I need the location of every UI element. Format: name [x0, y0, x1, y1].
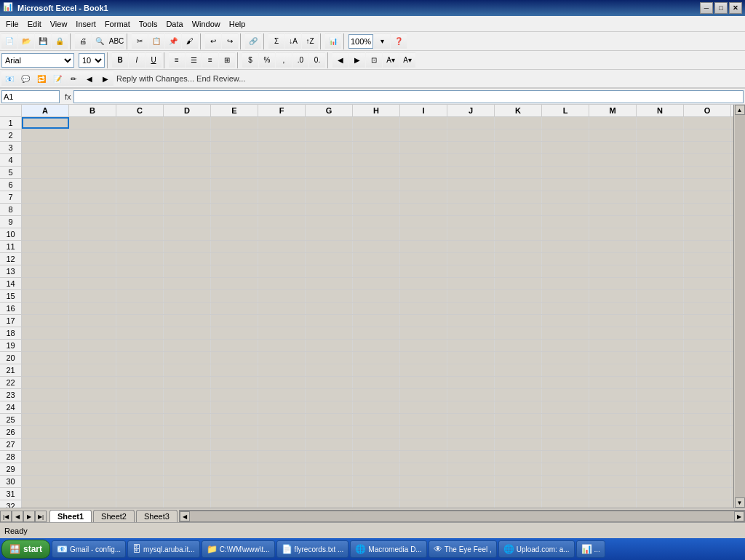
cell-O7[interactable] [684, 191, 731, 203]
cell-K9[interactable] [495, 216, 542, 228]
cell-E16[interactable] [211, 303, 258, 314]
menu-format[interactable]: Format [100, 18, 135, 30]
cell-J4[interactable] [447, 154, 495, 166]
cell-A8[interactable] [22, 204, 69, 215]
cell-K12[interactable] [495, 253, 542, 265]
cell-I4[interactable] [400, 154, 447, 166]
cell-O4[interactable] [684, 154, 731, 166]
cell-I10[interactable] [400, 228, 447, 240]
cell-G10[interactable] [306, 228, 353, 240]
cell-M19[interactable] [589, 340, 637, 351]
cell-H14[interactable] [353, 278, 400, 289]
cell-G32[interactable] [306, 500, 353, 508]
cell-O10[interactable] [684, 228, 731, 240]
menu-tools[interactable]: Tools [135, 18, 162, 30]
menu-help[interactable]: Help [225, 18, 250, 30]
cell-L9[interactable] [542, 216, 589, 228]
menu-view[interactable]: View [46, 18, 72, 30]
cell-H16[interactable] [353, 303, 400, 314]
cell-F14[interactable] [258, 278, 306, 289]
cell-H4[interactable] [353, 154, 400, 166]
minimize-button[interactable]: ─ [700, 2, 713, 14]
cell-E15[interactable] [211, 290, 258, 302]
cell-N5[interactable] [637, 167, 684, 178]
align-center-button[interactable]: ☰ [186, 52, 202, 68]
cell-K24[interactable] [495, 401, 542, 413]
cell-C23[interactable] [116, 389, 164, 401]
cell-N23[interactable] [637, 389, 684, 401]
row-number-27[interactable]: 27 [0, 439, 22, 450]
cell-N19[interactable] [637, 340, 684, 351]
cell-K27[interactable] [495, 439, 542, 450]
cell-G20[interactable] [306, 352, 353, 364]
col-header-E[interactable]: E [211, 105, 258, 116]
row-number-21[interactable]: 21 [0, 364, 22, 376]
row-number-10[interactable]: 10 [0, 228, 22, 240]
cell-H8[interactable] [353, 204, 400, 215]
cell-D14[interactable] [164, 278, 211, 289]
cell-M9[interactable] [589, 216, 637, 228]
row-number-18[interactable]: 18 [0, 327, 22, 339]
cell-K3[interactable] [495, 142, 542, 153]
cell-C27[interactable] [116, 439, 164, 450]
row-number-7[interactable]: 7 [0, 191, 22, 203]
cell-D20[interactable] [164, 352, 211, 364]
cell-O30[interactable] [684, 476, 731, 487]
cell-J22[interactable] [447, 377, 495, 388]
zoom-dropdown[interactable]: ▾ [374, 33, 390, 49]
cell-I18[interactable] [400, 327, 447, 339]
cell-F28[interactable] [258, 451, 306, 463]
cell-E22[interactable] [211, 377, 258, 388]
cell-F23[interactable] [258, 389, 306, 401]
cell-H7[interactable] [353, 191, 400, 203]
cell-N21[interactable] [637, 364, 684, 376]
col-header-H[interactable]: H [353, 105, 400, 116]
cell-K32[interactable] [495, 500, 542, 508]
cell-L21[interactable] [542, 364, 589, 376]
cell-H32[interactable] [353, 500, 400, 508]
col-header-B[interactable]: B [69, 105, 116, 116]
cell-C8[interactable] [116, 204, 164, 215]
cell-I29[interactable] [400, 463, 447, 475]
row-number-28[interactable]: 28 [0, 451, 22, 463]
col-header-J[interactable]: J [447, 105, 495, 116]
cell-I26[interactable] [400, 426, 447, 438]
cell-O16[interactable] [684, 303, 731, 314]
cell-B31[interactable] [69, 488, 116, 500]
cell-I13[interactable] [400, 265, 447, 277]
cell-M6[interactable] [589, 179, 637, 191]
cell-D28[interactable] [164, 451, 211, 463]
cell-B7[interactable] [69, 191, 116, 203]
cell-K23[interactable] [495, 389, 542, 401]
decrease-decimal[interactable]: 0. [309, 52, 325, 68]
cell-O18[interactable] [684, 327, 731, 339]
cell-F20[interactable] [258, 352, 306, 364]
maximize-button[interactable]: □ [714, 2, 728, 14]
scroll-down-button[interactable]: ▼ [735, 497, 745, 508]
cell-A32[interactable] [22, 500, 69, 508]
cell-O31[interactable] [684, 488, 731, 500]
cell-G18[interactable] [306, 327, 353, 339]
row-number-5[interactable]: 5 [0, 167, 22, 178]
cell-N3[interactable] [637, 142, 684, 153]
cell-J23[interactable] [447, 389, 495, 401]
cell-J9[interactable] [447, 216, 495, 228]
cell-G21[interactable] [306, 364, 353, 376]
cell-K7[interactable] [495, 191, 542, 203]
start-button[interactable]: 🪟 start [1, 540, 50, 559]
cell-B17[interactable] [69, 315, 116, 327]
sheet-tab-3[interactable]: Sheet3 [136, 510, 178, 522]
borders-button[interactable]: ⊡ [366, 52, 382, 68]
cell-E32[interactable] [211, 500, 258, 508]
cell-E13[interactable] [211, 265, 258, 277]
horizontal-scrollbar[interactable]: ◀ ▶ [179, 511, 745, 522]
cell-L3[interactable] [542, 142, 589, 153]
taskbar-excel[interactable]: 📊 ... [576, 540, 605, 558]
cell-E11[interactable] [211, 241, 258, 252]
cell-I31[interactable] [400, 488, 447, 500]
cell-L26[interactable] [542, 426, 589, 438]
cell-D10[interactable] [164, 228, 211, 240]
cell-N7[interactable] [637, 191, 684, 203]
cell-D23[interactable] [164, 389, 211, 401]
menu-window[interactable]: Window [188, 18, 225, 30]
